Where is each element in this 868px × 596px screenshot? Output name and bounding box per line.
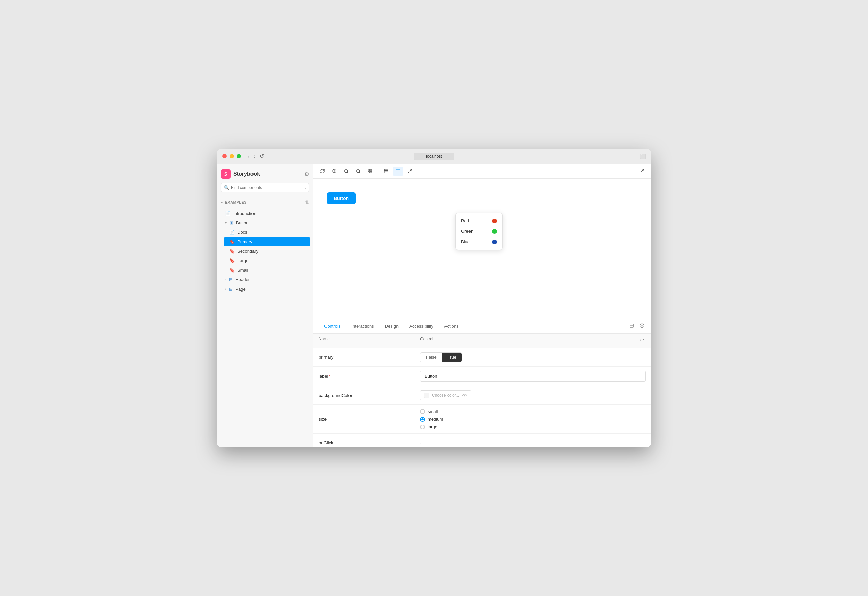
toolbar-external-link-button[interactable]: [636, 167, 647, 176]
search-shortcut: /: [305, 186, 306, 190]
color-label-blue: Blue: [461, 239, 470, 244]
toolbar-fullscreen-button[interactable]: [404, 167, 415, 176]
sidebar-header: S Storybook ⚙: [217, 164, 313, 183]
nav-buttons: ‹ › ↺: [247, 152, 265, 160]
radio-size-medium[interactable]: medium: [420, 417, 646, 422]
minimize-button[interactable]: [229, 154, 234, 158]
bookmark-icon: 🔖: [229, 258, 235, 263]
forward-button[interactable]: ›: [252, 153, 257, 160]
toolbar-grid-button[interactable]: [365, 167, 375, 176]
titlebar: ‹ › ↺ localhost ⬜: [217, 149, 651, 164]
group-expand-icon: ›: [225, 278, 226, 282]
controls-reset-button[interactable]: [639, 336, 646, 345]
grid-icon: ⊞: [229, 220, 233, 225]
main-layout: S Storybook ⚙ 🔍 / ▾ EXAMPLES ⇅: [217, 164, 651, 447]
svg-line-1: [335, 172, 336, 173]
control-row-backgroundcolor: backgroundColor Choose color... </>: [313, 386, 651, 405]
content-area: Button Red Green Blue: [313, 164, 651, 447]
doc-icon: 📄: [229, 230, 235, 235]
sidebar-item-label: Small: [237, 268, 248, 273]
doc-icon: 📄: [225, 211, 230, 216]
demo-button[interactable]: Button: [327, 192, 356, 204]
sidebar-item-secondary[interactable]: 🔖 Secondary: [224, 246, 310, 256]
search-input[interactable]: [221, 183, 309, 192]
control-row-primary: primary False True: [313, 348, 651, 367]
toolbar-docs-view-button[interactable]: [381, 167, 391, 176]
url-bar[interactable]: localhost: [414, 153, 454, 160]
sidebar-item-large[interactable]: 🔖 Large: [224, 256, 310, 265]
panel-expand-button[interactable]: [628, 322, 635, 331]
bookmark-icon: 🔖: [229, 268, 235, 273]
sidebar-item-label: Introduction: [233, 211, 256, 216]
toolbar-reset-zoom-button[interactable]: [353, 167, 363, 176]
color-dot-green: [492, 229, 497, 234]
sidebar-item-label: Large: [237, 258, 248, 263]
radio-size-small[interactable]: small: [420, 409, 646, 414]
toggle-option-true[interactable]: True: [442, 353, 462, 362]
external-link-button[interactable]: ⬜: [640, 154, 646, 159]
toolbar-zoom-out-button[interactable]: [341, 167, 351, 176]
tab-actions[interactable]: Actions: [439, 320, 464, 333]
tab-accessibility[interactable]: Accessibility: [404, 320, 439, 333]
tab-accessibility-label: Accessibility: [409, 324, 433, 329]
toolbar-canvas-view-button[interactable]: [393, 167, 403, 176]
sidebar-group-header-page[interactable]: › ⊞ Page: [220, 285, 310, 294]
color-option-green[interactable]: Green: [456, 226, 502, 236]
sidebar-group-label-button: Button: [236, 220, 249, 225]
sidebar-item-docs[interactable]: 📄 Docs: [224, 228, 310, 237]
controls-col-reset: [632, 336, 646, 345]
svg-line-18: [408, 172, 409, 173]
tab-interactions-label: Interactions: [351, 324, 374, 329]
sidebar-item-small[interactable]: 🔖 Small: [224, 266, 310, 275]
tab-design-label: Design: [385, 324, 399, 329]
svg-rect-12: [371, 172, 372, 173]
tab-interactions[interactable]: Interactions: [346, 320, 379, 333]
color-option-red[interactable]: Red: [456, 215, 502, 226]
color-picker-control[interactable]: Choose color... </>: [420, 390, 471, 400]
preview-area: Button Red Green Blue: [313, 179, 651, 319]
ctrl-control-primary: False True: [420, 353, 646, 362]
color-option-blue[interactable]: Blue: [456, 236, 502, 247]
sidebar-item-primary[interactable]: 🔖 Primary: [224, 237, 310, 246]
controls-header: Name Control: [313, 334, 651, 348]
panel-tabs: Controls Interactions Design Accessibili…: [313, 319, 651, 334]
toggle-primary: False True: [420, 353, 462, 362]
label-input[interactable]: [420, 371, 646, 382]
toolbar-sync-button[interactable]: [317, 167, 328, 176]
sidebar-item-label: Docs: [237, 230, 247, 235]
toggle-option-false[interactable]: False: [421, 353, 442, 362]
refresh-button[interactable]: ↺: [258, 152, 265, 160]
ctrl-name-text-label: label: [319, 374, 328, 379]
settings-button[interactable]: ⚙: [304, 171, 309, 177]
tab-controls[interactable]: Controls: [319, 320, 346, 333]
section-sort-icon[interactable]: ⇅: [305, 200, 309, 205]
search-icon: 🔍: [224, 185, 229, 190]
tab-design[interactable]: Design: [379, 320, 404, 333]
radio-circle-small: [420, 409, 425, 414]
sidebar: S Storybook ⚙ 🔍 / ▾ EXAMPLES ⇅: [217, 164, 313, 447]
svg-rect-10: [371, 169, 372, 171]
color-label-green: Green: [461, 229, 473, 234]
section-header-examples[interactable]: ▾ EXAMPLES ⇅: [221, 199, 309, 206]
close-button[interactable]: [222, 154, 227, 158]
storybook-logo: S: [221, 169, 230, 179]
svg-rect-16: [396, 169, 400, 173]
panel-close-button[interactable]: [638, 322, 646, 331]
control-row-size: size small medium: [313, 405, 651, 434]
color-code-button[interactable]: </>: [462, 393, 468, 398]
sidebar-group-header-header[interactable]: › ⊞ Header: [220, 275, 310, 284]
toolbar-zoom-in-button[interactable]: [329, 167, 340, 176]
sidebar-item-label: Secondary: [237, 249, 258, 254]
onclick-dash-value: -: [420, 440, 422, 445]
logo-area: S Storybook: [221, 169, 260, 179]
radio-size-large[interactable]: large: [420, 424, 646, 429]
maximize-button[interactable]: [236, 154, 241, 158]
back-button[interactable]: ‹: [247, 153, 251, 160]
sidebar-items: 📄 Introduction ▾ ⊞ Button 📄 Docs: [217, 207, 313, 447]
bottom-panel: Controls Interactions Design Accessibili…: [313, 319, 651, 447]
sidebar-group-header-button[interactable]: ▾ ⊞ Button: [220, 218, 310, 227]
sidebar-group-label-page: Page: [235, 286, 245, 292]
svg-line-19: [641, 169, 644, 172]
sidebar-item-introduction[interactable]: 📄 Introduction: [220, 209, 310, 218]
group-expand-icon: ›: [225, 287, 226, 291]
